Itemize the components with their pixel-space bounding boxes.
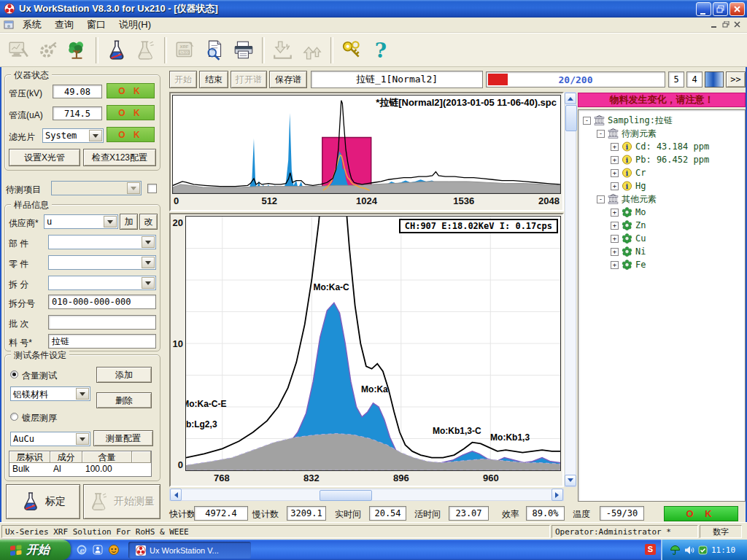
speaker-icon[interactable] bbox=[684, 545, 694, 556]
umbrella-icon[interactable] bbox=[670, 545, 681, 556]
close-button[interactable] bbox=[729, 2, 745, 16]
tree-item[interactable]: +Mo bbox=[578, 206, 745, 219]
coating-material-combo[interactable]: AuCu bbox=[10, 432, 90, 446]
child-minimize-icon[interactable] bbox=[711, 18, 718, 31]
add-button[interactable]: 添加 bbox=[96, 367, 152, 383]
scroll-down-icon[interactable] bbox=[565, 475, 576, 486]
tree-expander[interactable]: + bbox=[611, 261, 619, 269]
batch-field[interactable] bbox=[48, 315, 156, 330]
horizontal-scrollbar[interactable] bbox=[169, 489, 564, 501]
help-icon[interactable]: ? bbox=[366, 36, 395, 65]
check-x123-config-button[interactable]: 检查X123配置 bbox=[83, 149, 156, 166]
vertical-scrollbar[interactable] bbox=[565, 92, 576, 487]
messenger-icon[interactable] bbox=[92, 544, 104, 556]
scrollbar-thumb[interactable] bbox=[320, 490, 372, 501]
tree-item[interactable]: +iPb: 96.452 ppm bbox=[578, 153, 745, 166]
menu-item[interactable]: 窗口 bbox=[80, 17, 112, 33]
counter-label: 实时间 bbox=[335, 508, 361, 521]
element-tree[interactable]: -Sampling:拉链-待测元素+iCd: 43.184 ppm+iPb: 9… bbox=[578, 109, 746, 502]
chevron-down-icon[interactable] bbox=[89, 130, 102, 141]
add-supplier-button[interactable]: 加 bbox=[120, 214, 138, 230]
coating-test-radio[interactable] bbox=[10, 413, 18, 421]
tree-item[interactable]: -其他元素 bbox=[578, 192, 745, 206]
material-no-field[interactable]: 拉链 bbox=[48, 334, 156, 349]
content-test-radio[interactable] bbox=[10, 370, 18, 378]
flask-icon[interactable] bbox=[102, 36, 131, 65]
chevron-down-icon[interactable] bbox=[76, 388, 89, 400]
tree-expander[interactable]: + bbox=[611, 143, 619, 151]
filter-combo[interactable]: System bbox=[42, 128, 104, 143]
qq-icon[interactable] bbox=[108, 544, 120, 556]
tree-item[interactable]: +iHg bbox=[578, 179, 745, 192]
zoom-chart[interactable]: 01020 Mo:Ka-CMo:KaMo:Kb1,3-CMo:Kb1,3Mo:K… bbox=[169, 213, 564, 487]
sogou-tray-icon[interactable]: S bbox=[645, 544, 656, 555]
part-combo[interactable] bbox=[48, 255, 156, 270]
overview-chart[interactable]: *拉链[Normal2](2013-01-05 11-06-40).spc 05… bbox=[169, 92, 564, 211]
chevron-down-icon[interactable] bbox=[142, 257, 155, 268]
menu-item[interactable]: 说明(H) bbox=[112, 17, 158, 33]
setup-xray-tube-button[interactable]: 设置X光管 bbox=[9, 149, 80, 166]
tree-expander[interactable]: + bbox=[611, 156, 619, 164]
calibrate-button[interactable]: 标定 bbox=[6, 484, 80, 519]
tree-item[interactable]: -待测元素 bbox=[578, 127, 745, 140]
tree-item[interactable]: +Ni bbox=[578, 245, 745, 258]
measure-config-button[interactable]: 测量配置 bbox=[93, 430, 153, 446]
tree-expander[interactable]: - bbox=[583, 117, 591, 125]
pending-item-checkbox[interactable] bbox=[147, 184, 157, 193]
child-restore-icon[interactable] bbox=[722, 18, 729, 31]
tree-expander[interactable]: + bbox=[611, 235, 619, 243]
ie-icon[interactable]: e bbox=[76, 544, 88, 556]
progress-fill bbox=[488, 74, 508, 85]
tree-icon[interactable] bbox=[63, 36, 92, 65]
scroll-right-icon[interactable] bbox=[551, 489, 563, 501]
chevron-down-icon[interactable] bbox=[76, 433, 89, 445]
report-preview-icon[interactable] bbox=[200, 36, 229, 65]
scroll-up-icon[interactable] bbox=[565, 93, 576, 104]
tree-item[interactable]: -Sampling:拉链 bbox=[578, 114, 745, 127]
overview-plot[interactable] bbox=[172, 95, 561, 194]
delete-button[interactable]: 删除 bbox=[96, 392, 152, 408]
tree-item[interactable]: +Fe bbox=[578, 258, 745, 271]
split-no-field[interactable]: 010-000-000-000 bbox=[48, 295, 156, 309]
tree-expander[interactable]: + bbox=[611, 248, 619, 256]
antivirus-icon[interactable] bbox=[697, 545, 708, 556]
minimize-button[interactable] bbox=[696, 2, 711, 16]
end-button[interactable]: 结束 bbox=[199, 71, 228, 88]
tree-expander[interactable]: - bbox=[597, 130, 605, 138]
windows-flag-icon bbox=[9, 544, 23, 556]
tree-expander[interactable]: + bbox=[611, 222, 619, 230]
taskbar-task-button[interactable]: Ux WorkStation V... bbox=[128, 542, 251, 559]
tree-expander[interactable]: + bbox=[611, 169, 619, 177]
scrollbar-thumb[interactable] bbox=[565, 105, 577, 131]
chevron-down-icon[interactable] bbox=[104, 216, 117, 228]
save-spectrum-button[interactable]: 保存谱 bbox=[269, 71, 307, 88]
chevron-down-icon[interactable] bbox=[142, 277, 155, 289]
tree-expander[interactable]: - bbox=[597, 195, 605, 203]
zoom-plot[interactable]: Mo:Ka-CMo:KaMo:Kb1,3-CMo:Kb1,3Mo:Ka-C-EP… bbox=[185, 216, 561, 471]
tree-expander[interactable]: + bbox=[611, 182, 619, 190]
expand-button[interactable]: >> bbox=[726, 71, 746, 88]
tree-item[interactable]: +Cu bbox=[578, 232, 745, 245]
printer-icon[interactable] bbox=[229, 36, 258, 65]
tree-item[interactable]: +iCd: 43.184 ppm bbox=[578, 140, 745, 153]
restore-button[interactable] bbox=[713, 2, 728, 16]
tree-item[interactable]: +Zn bbox=[578, 219, 745, 232]
menu-item[interactable]: 查询 bbox=[48, 17, 80, 33]
scroll-left-icon[interactable] bbox=[170, 489, 182, 501]
chevron-down-icon[interactable] bbox=[142, 236, 155, 248]
tree-item[interactable]: +iCr bbox=[578, 166, 745, 179]
tree-expander[interactable]: + bbox=[611, 209, 619, 217]
supplier-combo[interactable]: u bbox=[44, 214, 118, 229]
keys-icon[interactable] bbox=[337, 36, 366, 65]
child-close-icon[interactable] bbox=[734, 18, 741, 31]
layer-table[interactable]: 层标识成分含量 BulkAl100.00 bbox=[9, 451, 152, 477]
content-material-combo[interactable]: 铝镁材料 bbox=[10, 386, 90, 401]
component-combo[interactable] bbox=[48, 235, 156, 249]
menu-item[interactable]: 系统 bbox=[16, 17, 48, 33]
table-row[interactable]: BulkAl100.00 bbox=[9, 463, 151, 475]
modify-supplier-button[interactable]: 改 bbox=[139, 214, 158, 230]
spectrum-name-field[interactable]: 拉链_1[Normal2] bbox=[311, 71, 483, 88]
x-tick-label: 1024 bbox=[356, 195, 377, 206]
split-combo[interactable] bbox=[48, 276, 156, 290]
start-button-taskbar[interactable]: 开始 bbox=[0, 540, 71, 560]
